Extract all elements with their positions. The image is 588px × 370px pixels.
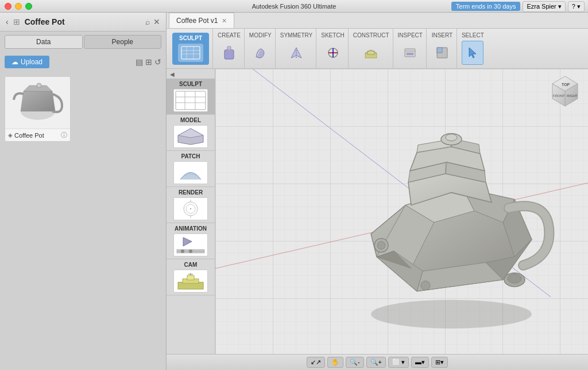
workspace-sidebar: ◀ SCULPT — [167, 69, 215, 354]
toolbar-group-sketch: SKETCH — [318, 29, 349, 68]
close-button[interactable] — [5, 3, 11, 10]
modify-button[interactable] — [249, 41, 271, 65]
display-mode-button[interactable]: ⬜ ▾ — [388, 357, 409, 368]
maximize-button[interactable] — [25, 3, 32, 10]
folder-icon: ⊞ — [13, 17, 20, 26]
svg-rect-11 — [227, 46, 231, 50]
modify-label: MODIFY — [249, 32, 272, 38]
svg-rect-9 — [225, 50, 234, 59]
panel-tabs: Data People — [0, 32, 166, 52]
search-button[interactable]: ⌕ — [145, 17, 150, 26]
collapse-arrow[interactable]: ◀ — [170, 71, 175, 77]
trial-button[interactable]: Term ends in 30 days — [451, 2, 521, 11]
ws-panel-model[interactable]: MODEL — [167, 115, 215, 151]
create-button[interactable] — [218, 41, 240, 65]
file-info: ◈ Coffee Pot ⓘ — [5, 128, 70, 141]
nav-cube[interactable]: TOP RIGHT FRONT — [546, 73, 583, 111]
panel-title: Coffee Pot — [25, 17, 65, 26]
workspace-tab-active[interactable]: Coffee Pot v1 ✕ — [169, 13, 234, 28]
sketch-label: SKETCH — [321, 32, 345, 38]
grid-options-button[interactable]: ⊞▾ — [431, 357, 448, 368]
select-button[interactable] — [462, 41, 483, 65]
panel-close-button[interactable]: ✕ — [153, 17, 160, 26]
construct-label: CONSTRUCT — [353, 32, 389, 38]
model-panel-icon — [175, 126, 207, 147]
minimize-button[interactable] — [15, 3, 22, 10]
zoom-out-button[interactable]: 🔍- — [346, 357, 364, 368]
nav-cube-svg: TOP RIGHT FRONT — [546, 73, 583, 111]
thumbnail-svg — [9, 80, 67, 126]
top-right-actions: Term ends in 30 days Ezra Spier ▾ ? ▾ — [448, 0, 588, 13]
select-label: SELECT — [462, 32, 484, 38]
refresh-button[interactable]: ↺ — [154, 57, 161, 67]
sculpt-label: SCULPT — [179, 35, 202, 41]
inspect-button[interactable] — [399, 41, 421, 65]
ws-panel-animation[interactable]: ANIMATION — [167, 223, 215, 259]
tab-data[interactable]: Data — [5, 35, 83, 49]
symmetry-button[interactable] — [285, 41, 307, 65]
file-item[interactable]: ◈ Coffee Pot ⓘ — [5, 76, 71, 142]
construct-icon — [363, 45, 378, 60]
svg-point-76 — [446, 134, 457, 141]
ws-panel-patch[interactable]: PATCH — [167, 151, 215, 187]
toolbar-group-sculpt: SCULPT — [169, 29, 213, 68]
svg-point-54 — [371, 299, 532, 328]
patch-panel-icon — [175, 162, 207, 183]
sculpt-active-section[interactable]: SCULPT — [172, 33, 209, 65]
svg-rect-23 — [407, 53, 413, 55]
construct-button[interactable] — [360, 41, 382, 65]
svg-point-73 — [508, 274, 521, 283]
inspect-label: INSPECT — [398, 32, 423, 38]
upload-button[interactable]: ☁ Upload — [5, 56, 49, 68]
cam-panel-icon — [175, 271, 207, 291]
create-label: CREATE — [218, 32, 241, 38]
view-options-button[interactable]: ▬▾ — [411, 357, 429, 368]
fit-view-button[interactable]: ↙↗ — [307, 357, 325, 368]
viewport-container: ◀ SCULPT — [167, 69, 588, 354]
panel-actions: ☁ Upload ▤ ⊞ ↺ — [0, 52, 166, 72]
app-title: Autodesk Fusion 360 Ultimate — [252, 3, 336, 10]
viewport[interactable]: TOP RIGHT FRONT — [215, 69, 588, 354]
svg-point-74 — [421, 281, 430, 290]
ws-panel-cam[interactable]: CAM — [167, 259, 215, 295]
app-container: ‹ ⊞ Coffee Pot ⌕ ✕ Data People — [0, 13, 588, 370]
help-button[interactable]: ? ▾ — [568, 1, 585, 12]
toolbar-group-symmetry: SYMMETRY — [277, 29, 317, 68]
back-button[interactable]: ‹ — [6, 17, 9, 26]
view-icons: ▤ ⊞ ↺ — [136, 57, 161, 67]
svg-point-36 — [190, 208, 191, 209]
bottom-bar: ↙↗ ✋ 🔍- 🔍+ ⬜ ▾ ▬▾ ⊞▾ — [167, 354, 588, 370]
sketch-button[interactable] — [322, 41, 344, 65]
tab-close-button[interactable]: ✕ — [222, 17, 227, 25]
grid-view-button[interactable]: ⊞ — [145, 57, 152, 67]
toolbar-group-inspect: INSPECT — [394, 29, 427, 68]
file-name: Coffee Pot — [14, 132, 44, 139]
toolbar-group-insert: INSERT — [428, 29, 457, 68]
left-panel: ‹ ⊞ Coffee Pot ⌕ ✕ Data People — [0, 13, 167, 370]
upload-icon: ☁ — [11, 58, 18, 66]
main-content: ‹ ⊞ Coffee Pot ⌕ ✕ Data People — [0, 13, 588, 370]
ws-panel-render[interactable]: RENDER — [167, 187, 215, 223]
sketch-icon — [326, 45, 341, 60]
sculpt-icon — [180, 45, 201, 60]
zoom-in-button[interactable]: 🔍+ — [366, 357, 386, 368]
workspace: Coffee Pot v1 ✕ SCULPT — [167, 13, 588, 370]
ws-panel-sculpt[interactable]: SCULPT — [167, 79, 215, 115]
user-button[interactable]: Ezra Spier ▾ — [523, 1, 565, 12]
svg-text:TOP: TOP — [562, 83, 570, 87]
list-view-button[interactable]: ▤ — [136, 57, 143, 67]
pan-button[interactable]: ✋ — [327, 357, 343, 368]
file-thumbnail — [5, 77, 70, 128]
tab-bar: Coffee Pot v1 ✕ — [167, 13, 588, 29]
title-bar: Autodesk Fusion 360 Ultimate Term ends i… — [0, 0, 588, 13]
tab-people[interactable]: People — [84, 35, 162, 49]
select-icon — [465, 45, 480, 60]
modify-icon — [253, 45, 268, 60]
svg-marker-33 — [178, 128, 203, 138]
insert-button[interactable] — [431, 41, 453, 65]
svg-rect-46 — [187, 275, 194, 280]
info-icon[interactable]: ⓘ — [61, 131, 67, 139]
svg-rect-27 — [176, 91, 206, 110]
insert-icon — [435, 45, 450, 60]
toolbar-group-select: SELECT — [458, 29, 488, 68]
